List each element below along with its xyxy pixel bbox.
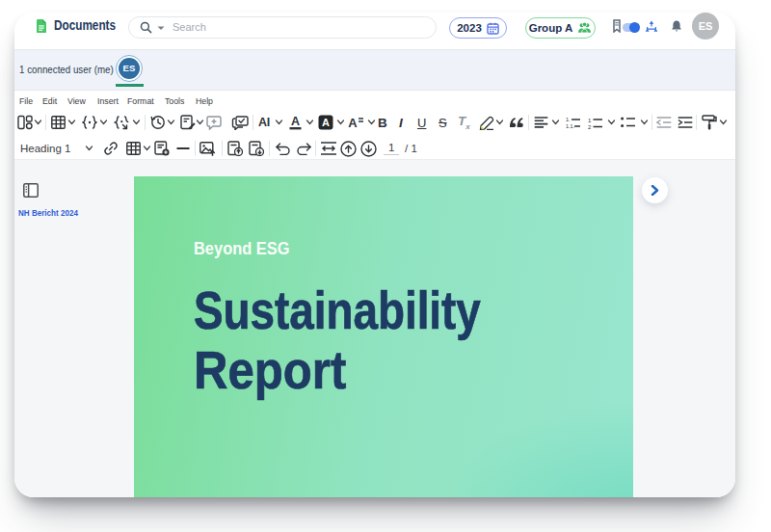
svg-text:1: 1: [588, 117, 592, 122]
svg-text:A: A: [348, 116, 358, 129]
svg-text:A: A: [322, 117, 330, 128]
svg-text:1.: 1.: [566, 117, 571, 122]
svg-text:1.1.: 1.1.: [566, 123, 575, 129]
svg-text:A: A: [291, 115, 300, 128]
svg-text:2: 2: [588, 124, 592, 129]
